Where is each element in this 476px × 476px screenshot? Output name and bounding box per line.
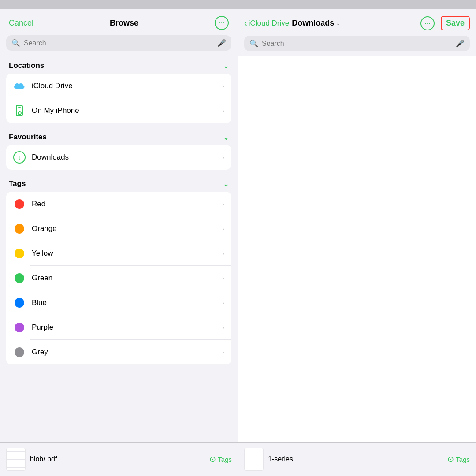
icloud-icon [13, 80, 26, 92]
downloads-bottom-filename: 1-series [268, 455, 443, 463]
browse-title: Browse [110, 19, 138, 28]
browse-search-bar: 🔍 🎤 [6, 35, 231, 51]
blue-dot-icon [13, 297, 26, 309]
downloads-more-button[interactable]: ··· [420, 16, 435, 30]
tag-purple-label: Purple [32, 323, 216, 332]
favourites-chevron-icon: ⌄ [223, 133, 229, 141]
pdf-thumbnail [6, 448, 26, 471]
favourites-list: ↓ Downloads › [6, 145, 231, 170]
purple-dot-icon [13, 321, 26, 334]
iphone-chevron-icon: › [222, 107, 224, 114]
orange-chevron-icon: › [222, 225, 224, 232]
right-search-icon: 🔍 [249, 39, 258, 48]
tags-icon: ⊙ [209, 454, 216, 464]
downloads-panel: ‹ iCloud Drive Downloads ⌄ ··· Save 🔍 🎤 … [238, 9, 476, 476]
yellow-chevron-icon: › [222, 250, 224, 257]
locations-chevron-icon: ⌄ [223, 62, 229, 70]
tag-red-item[interactable]: Red › [6, 192, 231, 216]
bottom-filename: blob/.pdf [30, 455, 205, 463]
back-button[interactable]: ‹ iCloud Drive [244, 18, 289, 28]
icloud-drive-label: iCloud Drive [32, 82, 216, 90]
back-label: iCloud Drive [249, 19, 290, 28]
downloads-item[interactable]: ↓ Downloads › [6, 145, 231, 170]
file-thumbnail [244, 448, 264, 471]
green-dot-icon [13, 272, 26, 284]
browse-header: Cancel Browse ··· [0, 9, 238, 35]
favourites-section-header[interactable]: Favourites ⌄ [0, 126, 238, 145]
back-chevron-icon: ‹ [244, 18, 247, 28]
locations-list: iCloud Drive › On My iPhone › [6, 74, 231, 123]
tag-orange-label: Orange [32, 224, 216, 233]
downloads-search-bar: 🔍 🎤 [244, 36, 470, 51]
downloads-search-input[interactable] [262, 40, 452, 48]
browse-panel: Cancel Browse ··· 🔍 🎤 Locations ⌄ [0, 9, 238, 476]
orange-dot-icon [13, 223, 26, 235]
tag-blue-label: Blue [32, 298, 216, 307]
yellow-dot-icon [13, 247, 26, 260]
save-button[interactable]: Save [441, 16, 470, 30]
status-bar [0, 0, 476, 9]
mic-icon[interactable]: 🎤 [217, 39, 226, 47]
purple-chevron-icon: › [222, 324, 224, 331]
tag-red-label: Red [32, 200, 216, 208]
browse-scroll-area: Locations ⌄ iCloud Drive › [0, 55, 238, 476]
downloads-title-group: Downloads ⌄ [292, 19, 418, 28]
downloads-dropdown-icon[interactable]: ⌄ [336, 20, 341, 26]
iphone-icon [13, 104, 26, 117]
green-chevron-icon: › [222, 275, 224, 282]
tag-green-label: Green [32, 274, 216, 283]
tag-blue-item[interactable]: Blue › [6, 290, 231, 315]
tags-button[interactable]: ⊙ Tags [209, 454, 232, 464]
tags-section-header[interactable]: Tags ⌄ [0, 173, 238, 192]
on-my-iphone-item[interactable]: On My iPhone › [6, 98, 231, 123]
browse-search-input[interactable] [24, 39, 214, 47]
locations-section-header[interactable]: Locations ⌄ [0, 55, 238, 74]
tags-title: Tags [9, 179, 26, 188]
tag-purple-item[interactable]: Purple › [6, 315, 231, 340]
tag-grey-label: Grey [32, 348, 216, 357]
tag-orange-item[interactable]: Orange › [6, 216, 231, 241]
red-dot-icon [13, 198, 26, 210]
downloads-chevron-icon: › [222, 154, 224, 161]
tag-green-item[interactable]: Green › [6, 266, 231, 290]
tags-button-label: Tags [218, 456, 232, 463]
grey-chevron-icon: › [222, 349, 224, 356]
download-icon: ↓ [13, 151, 26, 164]
downloads-content [238, 56, 476, 476]
locations-title: Locations [9, 61, 44, 70]
tag-yellow-label: Yellow [32, 249, 216, 258]
red-chevron-icon: › [222, 201, 224, 208]
blue-chevron-icon: › [222, 299, 224, 306]
browse-more-button[interactable]: ··· [215, 16, 229, 30]
downloads-title: Downloads [292, 19, 334, 28]
tag-yellow-item[interactable]: Yellow › [6, 241, 231, 266]
right-tags-button[interactable]: ⊙ Tags [447, 454, 470, 464]
downloads-header: ‹ iCloud Drive Downloads ⌄ ··· Save [238, 9, 476, 36]
cancel-button[interactable]: Cancel [9, 19, 33, 28]
icloud-chevron-icon: › [222, 82, 224, 89]
icloud-drive-item[interactable]: iCloud Drive › [6, 74, 231, 98]
favourites-title: Favourites [9, 133, 47, 141]
right-tags-icon: ⊙ [447, 454, 454, 464]
right-mic-icon[interactable]: 🎤 [456, 39, 465, 48]
browse-bottom-bar: blob/.pdf ⊙ Tags [0, 442, 238, 476]
grey-dot-icon [13, 346, 26, 358]
downloads-bottom-bar: 1-series ⊙ Tags [238, 442, 476, 476]
tags-chevron-icon: ⌄ [223, 180, 229, 188]
tag-grey-item[interactable]: Grey › [6, 340, 231, 364]
search-icon: 🔍 [11, 39, 20, 47]
downloads-label: Downloads [32, 153, 216, 162]
right-tags-button-label: Tags [456, 456, 470, 463]
panel-divider [238, 9, 238, 476]
tags-list: Red › Orange › Yellow › [6, 192, 231, 364]
on-my-iphone-label: On My iPhone [32, 106, 216, 115]
